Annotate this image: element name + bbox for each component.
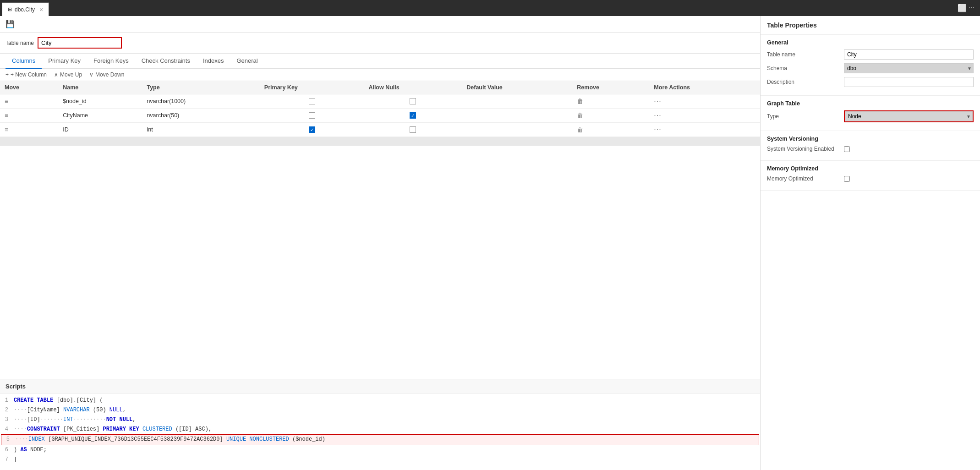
primary-key-checkbox[interactable] [309,98,315,104]
tab-general[interactable]: General [230,54,264,69]
name-cell: CityName [58,109,142,123]
remove-cell: 🗑 [572,109,649,123]
tab-dbo-city[interactable]: ⊞ dbo.City × [2,2,49,16]
type-select-wrapper: Node Edge None ▼ [844,110,974,122]
primary-key-checkbox[interactable] [309,126,315,133]
allow-nulls-checkbox[interactable] [410,112,416,119]
name-cell: ID [58,123,142,137]
prop-label-system-versioning-enabled: System Versioning Enabled [767,146,840,152]
save-button[interactable]: 💾 [5,20,15,28]
toolbar: 💾 [0,16,760,33]
table-row: ≡ $node_id nvarchar(1000) 🗑 ··· [0,94,760,109]
more-actions-cell: ··· [649,123,760,137]
default-value-cell [462,109,572,123]
tab-actions[interactable]: ⬜ ··· [954,4,978,12]
delete-row-icon[interactable]: 🗑 [577,126,583,133]
more-actions-cell: ··· [649,109,760,123]
line-number: 2 [0,406,14,415]
drag-handle-icon[interactable]: ≡ [5,126,8,133]
script-line-6: 6 ) AS NODE; [0,445,760,455]
move-up-button[interactable]: ∧ Move Up [54,71,82,78]
tab-indexes[interactable]: Indexes [197,54,230,69]
default-value-cell [462,123,572,137]
line-number: 5 [1,435,15,444]
more-actions-icon[interactable]: ··· [654,111,661,119]
new-column-button[interactable]: + + New Column [5,71,47,78]
line-number: 1 [0,396,14,405]
allow-nulls-cell [364,123,462,137]
tab-primary-key[interactable]: Primary Key [42,54,87,69]
script-line-5: 5 ····INDEX [GRAPH_UNIQUE_INDEX_736D13C5… [1,434,759,445]
column-toolbar: + + New Column ∧ Move Up ∨ Move Down [0,69,760,81]
col-header-allow-nulls: Allow Nulls [364,81,462,94]
primary-key-cell [260,123,364,137]
table-name-label: Table name [5,40,34,46]
allow-nulls-checkbox[interactable] [410,98,416,104]
tab-label: dbo.City [15,6,35,13]
tab-close-button[interactable]: × [39,6,43,13]
tab-foreign-keys[interactable]: Foreign Keys [87,54,135,69]
right-panel: Table Properties General Table name Sche… [760,16,980,470]
prop-row-memory-optimized: Memory Optimized [767,175,974,182]
col-header-more-actions: More Actions [649,81,760,94]
prop-row-table-name: Table name [767,49,974,60]
primary-key-cell [260,109,364,123]
table-name-input[interactable] [38,38,121,48]
main-content: 💾 Table name Columns Primary Key Foreign… [0,16,980,470]
table-icon: ⊞ [8,6,12,12]
primary-key-checkbox[interactable] [309,112,315,119]
drag-handle-icon[interactable]: ≡ [5,112,8,119]
line-number: 7 [0,455,14,464]
move-cell: ≡ [0,123,58,137]
col-header-remove: Remove [572,81,649,94]
new-column-label: + New Column [11,71,47,78]
line-number: 4 [0,425,14,434]
more-actions-icon[interactable]: ··· [654,97,661,105]
prop-row-type: Type Node Edge None ▼ [767,110,974,122]
move-down-button[interactable]: ∨ Move Down [89,71,124,78]
allow-nulls-checkbox[interactable] [410,126,416,133]
line-number: 6 [0,446,14,454]
tab-check-constraints[interactable]: Check Constraints [135,54,197,69]
primary-key-cell [260,94,364,109]
columns-table: Move Name Type Primary Key Allow Nulls D… [0,81,760,146]
more-actions-cell: ··· [649,94,760,109]
col-header-move: Move [0,81,58,94]
drag-handle-icon[interactable]: ≡ [5,98,8,105]
line-number: 3 [0,415,14,424]
script-line-3: 3 ····[ID]·······INT··········NOT NULL, [0,415,760,425]
move-cell: ≡ [0,109,58,123]
type-select[interactable]: Node Edge None [845,111,973,121]
name-cell: $node_id [58,94,142,109]
table-row: ≡ CityName nvarchar(50) 🗑 ··· [0,109,760,123]
remove-cell: 🗑 [572,94,649,109]
plus-icon: + [5,71,9,78]
table-name-input-wrapper [38,37,122,49]
general-section: General Table name Schema dbo ▼ Descript [761,35,980,96]
split-view-icon[interactable]: ⬜ [958,4,967,12]
move-down-label: Move Down [95,71,124,78]
line-content: ····INDEX [GRAPH_UNIQUE_INDEX_736D13C55E… [15,435,759,444]
delete-row-icon[interactable]: 🗑 [577,112,583,119]
table-row: ≡ ID int 🗑 ··· [0,123,760,137]
prop-input-description[interactable] [844,77,974,87]
prop-label-schema: Schema [767,65,840,71]
memory-optimized-checkbox[interactable] [844,176,850,182]
graph-table-title: Graph Table [767,100,974,107]
more-options-icon[interactable]: ··· [969,4,975,12]
prop-label-description: Description [767,79,840,85]
schema-select[interactable]: dbo [844,63,974,73]
prop-row-schema: Schema dbo ▼ [767,63,974,73]
type-cell: nvarchar(1000) [142,94,259,109]
delete-row-icon[interactable]: 🗑 [577,98,583,105]
more-actions-icon[interactable]: ··· [654,126,661,133]
system-versioning-section: System Versioning System Versioning Enab… [761,131,980,161]
allow-nulls-cell [364,109,462,123]
system-versioning-checkbox[interactable] [844,146,850,152]
tab-columns[interactable]: Columns [5,54,42,69]
left-panel: 💾 Table name Columns Primary Key Foreign… [0,16,760,470]
schema-select-wrapper: dbo ▼ [844,63,974,73]
prop-input-table-name[interactable] [844,49,974,60]
type-cell: int [142,123,259,137]
system-versioning-title: System Versioning [767,136,974,142]
